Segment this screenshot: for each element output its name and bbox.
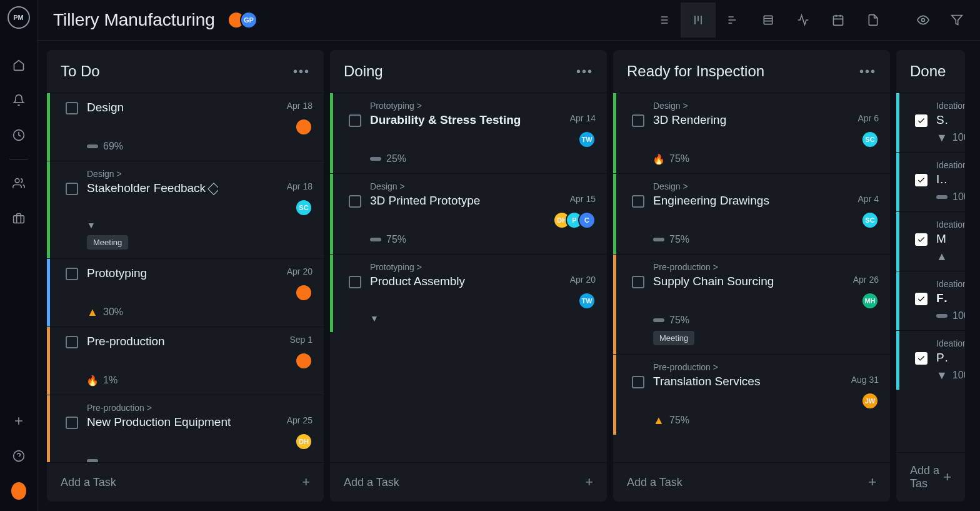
assignees[interactable]: JW: [861, 392, 879, 410]
task-checkbox[interactable]: [632, 195, 644, 208]
task-card[interactable]: Pre-production >Translation ServicesAug …: [613, 354, 890, 435]
task-card[interactable]: IdeationFeasib100: [896, 271, 965, 330]
task-card[interactable]: DesignApr 1869%: [47, 93, 324, 161]
filter-icon[interactable]: [949, 13, 964, 28]
column-menu-icon[interactable]: •••: [859, 64, 876, 79]
assignees[interactable]: DHPC: [553, 211, 596, 229]
task-checkbox[interactable]: [66, 183, 78, 195]
assignees[interactable]: DH: [295, 433, 312, 450]
task-checkbox[interactable]: [66, 102, 78, 114]
task-name: Stakeh: [936, 113, 948, 127]
bell-icon[interactable]: [11, 93, 26, 108]
priority-icon: [653, 315, 664, 326]
help-icon[interactable]: [11, 448, 26, 463]
home-icon[interactable]: [11, 58, 26, 73]
task-card[interactable]: Design >Stakeholder FeedbackApr 18SC▼Mee…: [47, 161, 324, 258]
task-checkbox[interactable]: [915, 233, 928, 246]
task-card[interactable]: Prototyping >Durability & Stress Testing…: [330, 93, 607, 173]
svg-rect-5: [834, 16, 843, 25]
task-name: Product Assembly: [370, 275, 465, 288]
task-checkbox[interactable]: [915, 114, 928, 127]
task-card[interactable]: Pre-production >New Production Equipment…: [47, 395, 324, 462]
task-card[interactable]: IdeationProdu▼100: [896, 330, 965, 390]
task-checkbox[interactable]: [349, 114, 361, 127]
assignees[interactable]: TW: [578, 292, 596, 310]
user-avatar[interactable]: [11, 483, 26, 498]
eye-icon[interactable]: [916, 13, 931, 28]
due-date: Apr 20: [570, 275, 596, 285]
assignees[interactable]: SC: [295, 199, 312, 216]
add-task-button[interactable]: Add a Tas+: [896, 452, 965, 502]
add-task-button[interactable]: Add a Task+: [613, 462, 890, 502]
column-menu-icon[interactable]: •••: [293, 64, 310, 79]
assignee-avatar[interactable]: TW: [578, 131, 596, 148]
task-checkbox[interactable]: [915, 293, 928, 305]
assignee-avatar[interactable]: TW: [578, 292, 596, 310]
task-card[interactable]: Design >3D RenderingApr 6SC🔥75%: [613, 93, 890, 173]
task-card[interactable]: Prototyping >Product AssemblyApr 20TW▼: [330, 254, 607, 332]
expand-icon[interactable]: ▼: [87, 220, 312, 230]
file-view-icon[interactable]: [856, 3, 891, 38]
priority-icon: ▲: [653, 415, 664, 426]
task-checkbox[interactable]: [915, 352, 928, 365]
clock-icon[interactable]: [11, 128, 26, 143]
add-task-button[interactable]: Add a Task+: [330, 462, 607, 502]
plus-icon[interactable]: [11, 413, 26, 428]
assignee-avatar[interactable]: SC: [861, 131, 879, 148]
assignee-avatar[interactable]: MH: [861, 292, 879, 310]
task-checkbox[interactable]: [66, 336, 78, 348]
column-menu-icon[interactable]: •••: [576, 64, 593, 79]
assignee-avatar[interactable]: SC: [295, 199, 312, 216]
assignees[interactable]: [295, 284, 312, 301]
task-checkbox[interactable]: [632, 276, 644, 288]
expand-icon[interactable]: ▼: [370, 313, 596, 323]
task-card[interactable]: Design >3D Printed PrototypeApr 15DHPC75…: [330, 173, 607, 254]
task-checkbox[interactable]: [349, 276, 361, 288]
app-logo[interactable]: PM: [8, 6, 30, 29]
activity-view-icon[interactable]: [786, 3, 821, 38]
task-checkbox[interactable]: [632, 114, 644, 127]
task-card[interactable]: IdeationMarke▲: [896, 211, 965, 271]
assignee-avatar[interactable]: JW: [861, 392, 879, 410]
assignee-avatar[interactable]: DH: [295, 433, 312, 450]
task-card[interactable]: Pre-production >Supply Chain SourcingApr…: [613, 254, 890, 354]
main-area: Tillery Manufacturing GP To Do•••DesignA…: [38, 0, 980, 511]
priority-icon: [936, 310, 948, 321]
project-members[interactable]: GP: [228, 11, 258, 29]
assignee-avatar[interactable]: [295, 284, 312, 301]
priority-edge: [47, 93, 50, 161]
due-date: Apr 25: [287, 415, 312, 425]
due-date: Apr 6: [858, 113, 879, 123]
users-icon[interactable]: [11, 176, 26, 191]
task-checkbox[interactable]: [66, 417, 78, 429]
member-avatar[interactable]: GP: [240, 11, 258, 29]
task-card[interactable]: PrototypingApr 20▲30%: [47, 258, 324, 326]
task-card[interactable]: Pre-productionSep 1🔥1%: [47, 326, 324, 395]
assignee-avatar[interactable]: SC: [861, 211, 879, 229]
assignees[interactable]: [295, 118, 312, 136]
task-checkbox[interactable]: [66, 268, 78, 280]
task-card[interactable]: Design >Engineering DrawingsApr 4SC75%: [613, 173, 890, 254]
gantt-view-icon[interactable]: [716, 3, 751, 38]
progress-percent: 75%: [669, 415, 689, 426]
assignees[interactable]: MH: [861, 292, 879, 310]
assignee-avatar[interactable]: C: [578, 211, 596, 229]
task-checkbox[interactable]: [349, 195, 361, 208]
assignees[interactable]: TW: [578, 131, 596, 148]
task-card[interactable]: IdeationStakeh▼100: [896, 93, 965, 152]
list-view-icon[interactable]: [646, 3, 681, 38]
svg-rect-2: [13, 216, 24, 223]
task-checkbox[interactable]: [632, 376, 644, 388]
assignees[interactable]: SC: [861, 211, 879, 229]
assignees[interactable]: SC: [861, 131, 879, 148]
task-checkbox[interactable]: [915, 174, 928, 186]
assignee-avatar[interactable]: [295, 352, 312, 370]
briefcase-icon[interactable]: [11, 211, 26, 226]
assignee-avatar[interactable]: [295, 118, 312, 136]
table-view-icon[interactable]: [751, 3, 786, 38]
task-card[interactable]: IdeationIdeatio100: [896, 152, 965, 211]
calendar-view-icon[interactable]: [821, 3, 856, 38]
board-view-icon[interactable]: [681, 3, 716, 38]
assignees[interactable]: [295, 352, 312, 370]
add-task-button[interactable]: Add a Task+: [47, 462, 324, 502]
